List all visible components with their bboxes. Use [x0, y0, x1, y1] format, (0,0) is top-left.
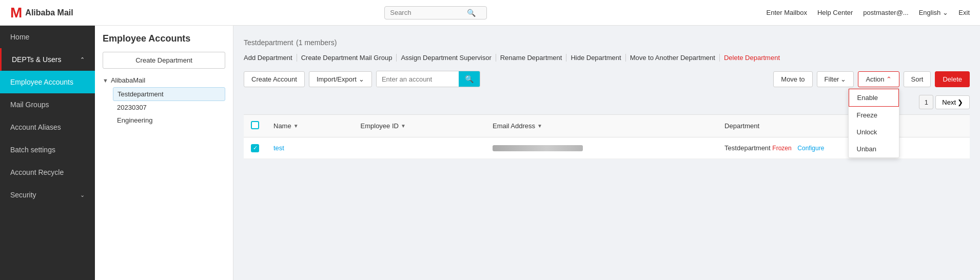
sidebar-item-employee-accounts[interactable]: Employee Accounts: [0, 71, 95, 93]
configure-link[interactable]: Configure: [797, 145, 824, 152]
select-all-checkbox[interactable]: [251, 121, 259, 129]
top-header: M Alibaba Mail 🔍 Enter Mailbox Help Cent…: [0, 0, 980, 26]
chevron-up-icon: ⌃: [80, 56, 85, 63]
chevron-up-icon: ⌃: [886, 75, 892, 83]
create-department-button[interactable]: Create Department: [103, 52, 225, 69]
chevron-right-icon: ❯: [957, 98, 963, 106]
arrow-down-icon: ▼: [103, 77, 108, 84]
logo-text: Alibaba Mail: [25, 8, 73, 17]
sidebar-item-batch-settings[interactable]: Batch settings: [0, 138, 95, 161]
logo-area: M Alibaba Mail: [10, 5, 105, 21]
table-header-department: Department: [717, 115, 970, 137]
exit-button[interactable]: Exit: [958, 9, 970, 16]
dept-tree: ▼ AlibabaMail Testdepartment 20230307 En…: [103, 76, 225, 127]
action-area: Action ⌃ Enable Freeze Unlock Unban: [858, 71, 899, 87]
chevron-down-icon: ⌄: [80, 192, 85, 198]
move-to-another-dept-link[interactable]: Move to Another Department: [626, 54, 720, 62]
rename-department-link[interactable]: Rename Department: [496, 54, 567, 62]
action-freeze[interactable]: Freeze: [849, 107, 899, 124]
action-enable[interactable]: Enable: [849, 89, 899, 107]
page-title: Employee Accounts: [103, 33, 225, 44]
search-icon: 🔍: [465, 75, 474, 83]
table-header-employee-id: Employee ID ▼: [354, 115, 485, 137]
assign-supervisor-link[interactable]: Assign Department Supervisor: [397, 54, 496, 62]
add-department-link[interactable]: Add Department: [244, 54, 297, 62]
delete-department-link[interactable]: Delete Department: [720, 54, 784, 62]
dept-actions: Add Department Create Department Mail Gr…: [244, 54, 970, 62]
sidebar-item-account-aliases[interactable]: Account Aliases: [0, 116, 95, 138]
create-dept-mail-group-link[interactable]: Create Department Mail Group: [297, 54, 397, 62]
root-label: AlibabaMail: [111, 76, 145, 84]
table-header-email: Email Address ▼: [485, 115, 717, 137]
security-label: Security: [10, 191, 36, 199]
filter-button[interactable]: Filter ⌄: [817, 71, 854, 87]
import-export-label: Import/Export: [317, 75, 357, 83]
create-account-button[interactable]: Create Account: [244, 71, 305, 87]
search-box: 🔍: [384, 6, 487, 19]
main-content: Employee Accounts Create Department ▼ Al…: [95, 26, 980, 280]
account-aliases-label: Account Aliases: [10, 123, 61, 131]
search-input[interactable]: [390, 9, 467, 16]
dept-tree-children: Testdepartment 20230307 Engineering: [113, 87, 225, 127]
action-button[interactable]: Action ⌃: [858, 71, 899, 87]
row-department-cell: Testdepartment Frozen Configure: [717, 137, 970, 159]
header-search-area: 🔍: [105, 6, 766, 19]
row-name-link[interactable]: test: [273, 144, 284, 152]
import-export-button[interactable]: Import/Export ⌄: [309, 71, 372, 87]
action-unlock[interactable]: Unlock: [849, 124, 899, 141]
sort-employee-id-icon: ▼: [401, 123, 406, 129]
action-dropdown: Enable Freeze Unlock Unban: [848, 88, 899, 158]
chevron-down-icon: ⌄: [943, 9, 948, 16]
page-number-1[interactable]: 1: [919, 95, 933, 109]
enter-mailbox-link[interactable]: Enter Mailbox: [766, 9, 807, 16]
user-account[interactable]: postmaster@...: [863, 9, 908, 16]
move-to-button[interactable]: Move to: [773, 71, 812, 87]
help-center-link[interactable]: Help Center: [817, 9, 853, 16]
chevron-down-icon: ⌄: [359, 75, 364, 83]
batch-settings-label: Batch settings: [10, 146, 55, 154]
depts-users-label: DEPTs & Users: [12, 55, 61, 64]
sort-email-icon: ▼: [537, 123, 542, 129]
next-label: Next: [942, 98, 956, 106]
toolbar: Create Account Import/Export ⌄ 🔍 Move to…: [244, 71, 970, 87]
search-account-box: 🔍: [376, 71, 480, 87]
dept-panel: Employee Accounts Create Department ▼ Al…: [95, 26, 233, 280]
row-email: ██████████████████: [493, 145, 583, 151]
search-icon: 🔍: [467, 9, 476, 17]
action-unban[interactable]: Unban: [849, 141, 899, 157]
delete-button[interactable]: Delete: [935, 71, 970, 87]
next-page-button[interactable]: Next ❯: [935, 95, 970, 109]
sidebar-item-depts-users[interactable]: DEPTs & Users ⌃: [0, 48, 95, 71]
sort-name-icon: ▼: [293, 123, 299, 129]
row-department: Testdepartment: [724, 144, 771, 152]
search-account-input[interactable]: [377, 72, 459, 87]
chevron-down-icon: ⌄: [840, 75, 846, 83]
app-body: Home DEPTs & Users ⌃ Employee Accounts M…: [0, 26, 980, 280]
row-email-cell: ██████████████████: [485, 137, 717, 159]
sidebar-item-mail-groups[interactable]: Mail Groups: [0, 93, 95, 116]
dept-tree-child-engineering[interactable]: Engineering: [113, 114, 225, 127]
sidebar-item-home[interactable]: Home: [0, 26, 95, 48]
logo-m-icon: M: [10, 5, 22, 21]
row-name-cell: test: [266, 137, 354, 159]
sort-button[interactable]: Sort: [904, 71, 931, 87]
frozen-badge: Frozen: [772, 145, 791, 152]
mail-groups-label: Mail Groups: [10, 101, 49, 109]
language-selector[interactable]: English ⌄: [919, 9, 949, 16]
table-header-name: Name ▼: [266, 115, 354, 137]
filter-label: Filter: [825, 75, 839, 83]
sidebar-item-account-recycle[interactable]: Account Recycle: [0, 161, 95, 184]
dept-title: Testdepartment (1 members): [244, 36, 970, 48]
dept-tree-root[interactable]: ▼ AlibabaMail: [103, 76, 225, 84]
sidebar-item-security[interactable]: Security ⌄: [0, 184, 95, 206]
row-employee-id-cell: [354, 137, 485, 159]
search-account-button[interactable]: 🔍: [459, 71, 480, 87]
sidebar: Home DEPTs & Users ⌃ Employee Accounts M…: [0, 26, 95, 280]
home-label: Home: [10, 33, 29, 41]
hide-department-link[interactable]: Hide Department: [566, 54, 625, 62]
header-nav: Enter Mailbox Help Center postmaster@...…: [766, 9, 970, 16]
row-checkbox[interactable]: [251, 144, 259, 152]
dept-tree-child-20230307[interactable]: 20230307: [113, 101, 225, 114]
dept-tree-child-testdepartment[interactable]: Testdepartment: [113, 87, 225, 101]
dept-members: (1 members): [296, 38, 337, 47]
